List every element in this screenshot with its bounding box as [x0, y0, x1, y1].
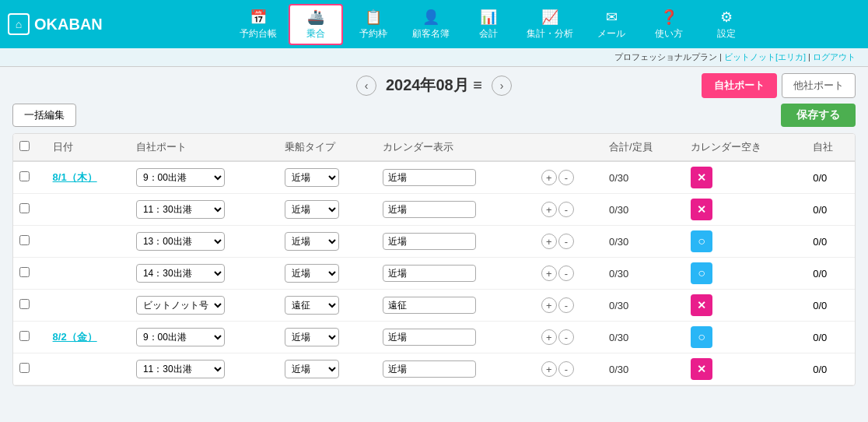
col-calendar-display: カレンダー表示	[376, 134, 532, 161]
table-row: 9：00出港11：30出港13：00出港14：30出港ビットノット号近場遠征+-…	[13, 353, 855, 385]
ratio-cell: 0/30	[603, 194, 684, 226]
date-link[interactable]: 8/2（金）	[53, 331, 97, 343]
main-nav: 📅予約台帳🚢乗合📋予約枠👤顧客名簿📊会計📈集計・分析✉メール❓使い方⚙設定	[124, 4, 860, 45]
port-select[interactable]: 9：00出港11：30出港13：00出港14：30出港ビットノット号	[136, 168, 225, 187]
status-x-button[interactable]: ✕	[691, 294, 712, 316]
nav-label-settings: 設定	[717, 27, 736, 40]
table-header-row: 日付 自社ポート 乗船タイプ カレンダー表示 合計/定員 カレンダー空き 自社	[13, 134, 855, 161]
row-checkbox[interactable]	[19, 331, 30, 341]
port-select[interactable]: 9：00出港11：30出港13：00出港14：30出港ビットノット号	[136, 232, 225, 251]
status-x-button[interactable]: ✕	[691, 167, 712, 188]
logout-link[interactable]: ログアウト	[813, 52, 856, 62]
plus-button[interactable]: +	[541, 266, 557, 281]
plus-minus-cell: +-	[532, 194, 603, 226]
row-checkbox[interactable]	[19, 171, 30, 181]
self-ratio-cell: 0/0	[807, 322, 855, 353]
nav-item-boarding[interactable]: 🚢乗合	[289, 4, 343, 45]
accounting-icon: 📊	[480, 9, 497, 26]
type-cell: 近場遠征	[278, 290, 376, 322]
type-cell: 近場遠征	[278, 161, 376, 194]
status-cell: ○	[684, 322, 807, 353]
nav-item-stats[interactable]: 📈集計・分析	[519, 4, 581, 45]
row-checkbox[interactable]	[19, 203, 30, 213]
customer-icon: 👤	[422, 9, 439, 26]
nav-item-customer[interactable]: 👤顧客名簿	[404, 4, 458, 45]
nav-label-stats: 集計・分析	[527, 27, 573, 40]
settings-icon: ⚙	[720, 9, 733, 26]
port-select[interactable]: 9：00出港11：30出港13：00出港14：30出港ビットノット号	[136, 328, 225, 346]
type-select[interactable]: 近場遠征	[285, 264, 339, 283]
type-select[interactable]: 近場遠征	[285, 200, 339, 219]
row-checkbox[interactable]	[19, 363, 30, 373]
plus-button[interactable]: +	[541, 361, 557, 377]
user-link[interactable]: ビットノット[エリカ]	[724, 52, 806, 62]
select-all-checkbox[interactable]	[19, 141, 30, 151]
status-o-button[interactable]: ○	[691, 262, 712, 284]
row-checkbox[interactable]	[19, 235, 30, 245]
next-month-button[interactable]: ›	[492, 76, 512, 96]
nav-item-reservation-slot[interactable]: 📋予約枠	[346, 4, 401, 45]
status-cell: ✕	[684, 161, 807, 194]
row-checkbox[interactable]	[19, 267, 30, 277]
port-select[interactable]: 9：00出港11：30出港13：00出港14：30出港ビットノット号	[136, 296, 225, 315]
other-port-button[interactable]: 他社ポート	[782, 73, 856, 98]
type-select[interactable]: 近場遠征	[285, 328, 339, 346]
calendar-input[interactable]	[383, 169, 476, 186]
nav-item-reservation-book[interactable]: 📅予約台帳	[231, 4, 285, 45]
row-checkbox-cell	[13, 290, 47, 322]
reservation-book-icon: 📅	[250, 9, 267, 26]
minus-button[interactable]: -	[558, 266, 574, 281]
prev-month-button[interactable]: ‹	[356, 76, 376, 96]
brand-name: OKABAN	[34, 16, 103, 33]
nav-item-settings[interactable]: ⚙設定	[699, 4, 754, 45]
port-select[interactable]: 9：00出港11：30出港13：00出港14：30出港ビットノット号	[136, 200, 225, 219]
status-o-button[interactable]: ○	[691, 230, 712, 252]
col-self: 自社	[807, 134, 855, 161]
table-row: 9：00出港11：30出港13：00出港14：30出港ビットノット号近場遠征+-…	[13, 290, 855, 322]
calendar-input[interactable]	[383, 297, 476, 314]
port-select[interactable]: 9：00出港11：30出港13：00出港14：30出港ビットノット号	[136, 264, 225, 283]
date-cell	[47, 258, 130, 290]
date-link[interactable]: 8/1（木）	[53, 171, 97, 183]
calendar-input[interactable]	[383, 201, 476, 218]
calendar-input[interactable]	[383, 360, 476, 378]
calendar-display-cell	[376, 290, 532, 322]
nav-item-accounting[interactable]: 📊会計	[461, 4, 516, 45]
port-cell: 9：00出港11：30出港13：00出港14：30出港ビットノット号	[130, 353, 278, 385]
row-checkbox-cell	[13, 161, 47, 194]
row-checkbox[interactable]	[19, 299, 30, 309]
minus-button[interactable]: -	[558, 361, 574, 377]
minus-button[interactable]: -	[558, 234, 574, 249]
minus-button[interactable]: -	[558, 202, 574, 217]
minus-button[interactable]: -	[558, 297, 574, 313]
status-x-button[interactable]: ✕	[691, 199, 712, 220]
save-button[interactable]: 保存する	[781, 104, 856, 127]
port-cell: 9：00出港11：30出港13：00出港14：30出港ビットノット号	[130, 161, 278, 194]
type-cell: 近場遠征	[278, 353, 376, 385]
nav-item-mail[interactable]: ✉メール	[584, 4, 639, 45]
plus-button[interactable]: +	[541, 202, 557, 217]
calendar-input[interactable]	[383, 233, 476, 250]
type-select[interactable]: 近場遠征	[285, 360, 339, 378]
minus-button[interactable]: -	[558, 329, 574, 345]
bulk-edit-button[interactable]: 一括編集	[12, 104, 76, 127]
calendar-input[interactable]	[383, 265, 476, 282]
type-select[interactable]: 近場遠征	[285, 296, 339, 315]
port-select[interactable]: 9：00出港11：30出港13：00出港14：30出港ビットノット号	[136, 360, 225, 378]
plus-button[interactable]: +	[541, 297, 557, 313]
status-x-button[interactable]: ✕	[691, 358, 712, 380]
type-select[interactable]: 近場遠征	[285, 232, 339, 251]
status-o-button[interactable]: ○	[691, 326, 712, 348]
toolbar: 一括編集 保存する	[12, 104, 856, 127]
self-ratio-cell: 0/0	[807, 194, 855, 226]
plus-button[interactable]: +	[541, 234, 557, 249]
calendar-input[interactable]	[383, 329, 476, 346]
type-cell: 近場遠征	[278, 258, 376, 290]
nav-item-howto[interactable]: ❓使い方	[642, 4, 696, 45]
plus-button[interactable]: +	[541, 329, 557, 345]
self-port-button[interactable]: 自社ポート	[702, 73, 777, 98]
type-select[interactable]: 近場遠征	[285, 168, 339, 187]
plan-label: プロフェッショナルプラン	[614, 52, 717, 62]
plus-button[interactable]: +	[541, 170, 557, 185]
minus-button[interactable]: -	[558, 170, 574, 185]
